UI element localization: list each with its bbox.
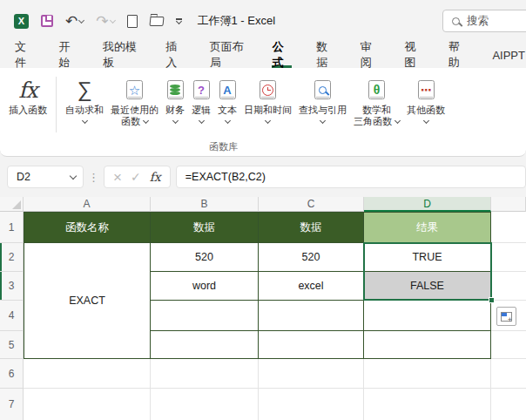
cell-D1[interactable]: 结果: [364, 212, 491, 243]
chevron-down-icon: [422, 118, 428, 124]
cell-E3[interactable]: [491, 272, 526, 301]
tab-help[interactable]: 帮助: [448, 42, 469, 68]
open-folder-icon[interactable]: [149, 17, 164, 26]
column-header-C[interactable]: C: [259, 197, 364, 212]
tab-home[interactable]: 开始: [58, 42, 79, 68]
cell-B2[interactable]: 520: [151, 243, 259, 272]
row-header-5[interactable]: 5: [0, 331, 24, 359]
redo-button: ↷: [96, 14, 114, 29]
cell-C6[interactable]: [259, 359, 364, 389]
save-icon[interactable]: [41, 15, 53, 27]
auto-fill-options-button[interactable]: [496, 307, 516, 326]
text-button[interactable]: A 文本: [214, 73, 240, 141]
undo-icon[interactable]: ↶: [65, 14, 78, 29]
row-header-2[interactable]: 2: [0, 243, 24, 272]
tab-data[interactable]: 数据: [315, 42, 336, 68]
ribbon-button-label: 日期和时间: [244, 105, 292, 116]
tab-review[interactable]: 审阅: [360, 42, 381, 68]
name-box-value: D2: [17, 171, 71, 183]
column-header-B[interactable]: B: [151, 197, 259, 212]
cell-D2-active[interactable]: TRUE: [364, 243, 491, 272]
cell-A6[interactable]: [24, 359, 151, 389]
cell-D3[interactable]: FALSE: [364, 272, 491, 301]
cell-B3[interactable]: word: [151, 272, 259, 301]
cell-B4[interactable]: [151, 301, 259, 331]
more-functions-button[interactable]: ⋯ 其他函数: [403, 73, 448, 141]
chevron-down-icon[interactable]: [70, 172, 77, 179]
cell-B6[interactable]: [151, 359, 259, 389]
autosum-button[interactable]: ∑ 自动求和: [62, 73, 107, 141]
cell-E6[interactable]: [491, 359, 526, 389]
ribbon-button-label: 最近使用的: [111, 105, 158, 116]
undo-button[interactable]: ↶: [65, 14, 84, 29]
ribbon-button-label: 插入函数: [9, 105, 47, 116]
lookup-reference-icon: [314, 80, 331, 99]
lookup-reference-button[interactable]: 查找与引用: [295, 73, 350, 141]
undo-dropdown-chevron-icon[interactable]: [78, 17, 84, 23]
recent-functions-button[interactable]: ☆ 最近使用的 函数: [107, 73, 162, 141]
tab-page-layout[interactable]: 页面布局: [209, 42, 248, 68]
excel-logo-icon[interactable]: X: [14, 14, 29, 29]
cell-A7[interactable]: [24, 389, 151, 420]
tab-file[interactable]: 文件: [14, 42, 35, 68]
row-header-4[interactable]: 4: [0, 301, 24, 331]
cell-B7[interactable]: [151, 389, 259, 420]
enter-icon: ✓: [131, 171, 141, 183]
row-header-3[interactable]: 3: [0, 272, 24, 301]
insert-function-button[interactable]: fx 插入函数: [5, 73, 51, 141]
cell-B1[interactable]: 数据: [151, 212, 259, 243]
search-input[interactable]: [467, 15, 519, 27]
ribbon-group-label: 函数库: [209, 140, 238, 153]
math-trig-button[interactable]: θ 数学和 三角函数: [350, 73, 403, 141]
cell-C1[interactable]: 数据: [259, 212, 364, 243]
customize-quick-access-icon[interactable]: [176, 18, 182, 24]
tab-aippt[interactable]: AIPPT: [491, 42, 526, 68]
cell-E1[interactable]: [491, 212, 526, 243]
insert-function-fx-icon[interactable]: fx: [150, 170, 161, 184]
cell-C7[interactable]: [259, 389, 364, 420]
cell-D6[interactable]: [364, 359, 491, 389]
chevron-down-icon: [394, 118, 401, 124]
cell-D7[interactable]: [364, 389, 491, 420]
financial-button[interactable]: 财务: [162, 73, 188, 141]
new-file-icon[interactable]: [127, 15, 138, 28]
cell-B5[interactable]: [151, 331, 259, 359]
cell-C3[interactable]: excel: [259, 272, 364, 301]
cell-E5[interactable]: [491, 331, 526, 359]
cell-C4[interactable]: [259, 301, 364, 331]
logical-icon: ?: [193, 80, 210, 99]
column-header-A[interactable]: A: [24, 197, 151, 212]
cell-C2[interactable]: 520: [259, 243, 364, 272]
cell-D4[interactable]: [364, 301, 491, 331]
chevron-down-icon: [81, 118, 87, 124]
recent-functions-icon: ☆: [126, 80, 143, 99]
cell-A1[interactable]: 函数名称: [24, 212, 151, 243]
row-header-7[interactable]: 7: [0, 389, 24, 420]
name-box[interactable]: D2: [7, 166, 84, 188]
cell-C5[interactable]: [259, 331, 364, 359]
column-header-D[interactable]: D: [364, 197, 491, 212]
cell-E7[interactable]: [491, 389, 526, 420]
logical-button[interactable]: ? 逻辑: [188, 73, 214, 141]
formula-bar: D2 ⋮ × ✓ fx =EXACT(B2,C2): [0, 157, 526, 197]
tab-formulas[interactable]: 公式: [272, 42, 293, 68]
ribbon-separator: [56, 77, 57, 132]
cell-D5[interactable]: [364, 331, 491, 359]
chevron-down-icon: [265, 118, 271, 124]
select-all-corner[interactable]: [0, 197, 24, 212]
quick-access-toolbar: X ↶ ↷: [14, 14, 182, 29]
chevron-down-icon: [143, 118, 149, 124]
tab-view[interactable]: 视图: [403, 42, 424, 68]
row-header-1[interactable]: 1: [0, 212, 24, 243]
tab-my-templates[interactable]: 我的模板: [102, 42, 141, 68]
cell-E2[interactable]: [491, 243, 526, 272]
tab-insert[interactable]: 插入: [165, 42, 185, 68]
redo-icon: ↷: [96, 14, 108, 29]
sigma-icon: ∑: [77, 79, 91, 100]
datetime-button[interactable]: 日期和时间: [240, 73, 295, 141]
row-header-6[interactable]: 6: [0, 359, 24, 389]
cell-A2-merged[interactable]: EXACT: [24, 243, 151, 359]
formula-input[interactable]: =EXACT(B2,C2): [176, 166, 526, 188]
search-box[interactable]: [442, 10, 526, 32]
text-icon: A: [219, 80, 236, 99]
